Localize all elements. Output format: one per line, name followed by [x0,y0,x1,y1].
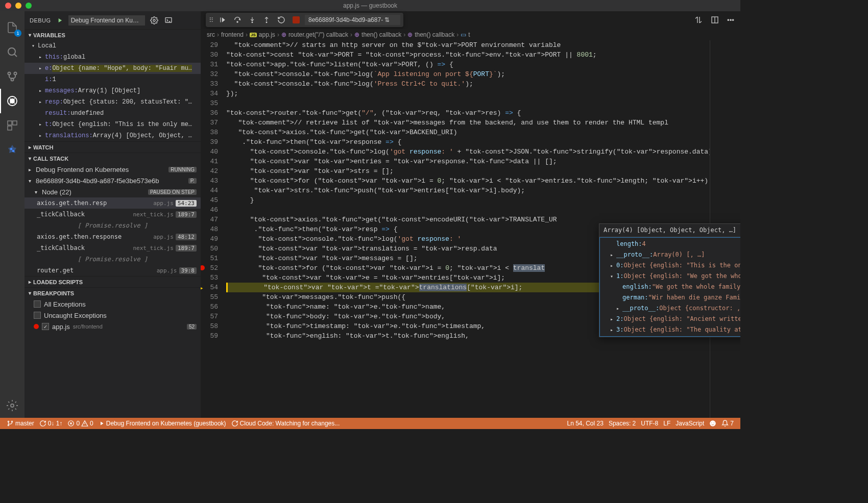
drag-handle-icon[interactable]: ⠿ [209,16,214,24]
window-title: app.js — guestbook [343,2,397,9]
titlebar: app.js — guestbook [0,0,740,11]
hover-header: Array(4) [Object, Object, Object, …] [599,224,740,237]
breadcrumb[interactable]: src › frontend › JS app.js › ⊕ router.ge… [201,29,740,40]
svg-point-21 [8,424,9,425]
checkbox[interactable] [34,300,41,308]
step-into-button[interactable] [247,14,258,26]
compare-icon[interactable] [693,15,704,25]
callstack-frame[interactable]: axios.get.then.responseapp.js 48:12 [25,231,201,242]
extensions-icon[interactable] [0,113,25,138]
variable-row[interactable]: ▸t: Object {english: "This is the only m… [25,119,201,130]
search-icon[interactable] [0,40,25,64]
git-sync[interactable]: 0↓ 1↑ [37,418,65,429]
svg-point-2 [14,72,17,75]
cursor-position[interactable]: Ln 54, Col 23 [565,418,606,429]
statusbar: master 0↓ 1↑ 0 0 Debug Frontend on Kuber… [0,418,740,429]
breakpoint-all-exceptions[interactable]: All Exceptions [25,298,201,310]
step-out-button[interactable] [261,14,272,26]
maximize-window-button[interactable] [26,3,32,9]
split-editor-icon[interactable] [710,15,720,25]
code-editor[interactable]: 2930313233343536373839404142434445464748… [201,40,740,418]
git-branch[interactable]: master [4,418,37,429]
variable-row[interactable]: ▸resp: Object {status: 200, statusText: … [25,96,201,108]
svg-point-25 [714,422,714,423]
callstack-frame[interactable]: axios.get.then.respapp.js 54:23 [25,197,201,209]
encoding[interactable]: UTF-8 [638,418,661,429]
notifications[interactable]: 7 [719,418,736,429]
hover-property[interactable]: ▸0: Object {english: "This is the only m… [600,260,740,271]
variable-row[interactable]: i: 1 [25,74,201,85]
callstack-promise: [ Promise.resolve ] [25,254,201,265]
debug-console-button[interactable] [163,15,174,26]
svg-rect-8 [8,126,12,130]
eol[interactable]: LF [661,418,673,429]
svg-point-19 [8,421,9,422]
watch-section-header[interactable]: ▸ WATCH [25,141,201,153]
language-mode[interactable]: JavaScript [673,418,707,429]
close-window-button[interactable] [5,3,11,9]
callstack-frame[interactable]: _tickCallbacknext_tick.js 189:7 [25,209,201,220]
function-icon: ⊕ [281,31,286,38]
svg-rect-6 [8,121,12,125]
local-scope[interactable]: ▾Local [25,40,201,52]
callstack-thread[interactable]: ▾ 8e66889f-3d4b-4bd9-a687-f5e3be573e6b P… [25,175,201,186]
svg-point-12 [153,19,155,21]
debug-label: DEBUG [30,17,51,23]
activity-bar: 1 [0,11,25,418]
step-over-button[interactable] [231,14,244,26]
variable-row[interactable]: ▸this: global [25,52,201,63]
checkbox[interactable] [34,312,41,319]
minimize-window-button[interactable] [15,3,21,9]
variable-row[interactable]: ▸e: Object {name: "Hope", body: "Fuair m… [25,63,201,74]
hover-property[interactable]: length: 4 [600,239,740,249]
svg-rect-7 [13,121,17,125]
more-actions-icon[interactable]: ••• [726,15,735,25]
thread-dropdown[interactable]: 8e66889f-3d4b-4bd9-a687- ⇅ [305,15,400,25]
svg-rect-14 [220,17,221,22]
debug-controls: ⠿ 8e66889f-3d4b-4bd9-a687- ⇅ [206,13,403,27]
debug-status[interactable]: Debug Frontend on Kubernetes (guestbook) [96,418,229,429]
variables-section-header[interactable]: ▾ VARIABLES [25,29,201,40]
settings-icon[interactable] [0,393,25,418]
debug-settings-button[interactable] [149,15,159,26]
svg-point-23 [710,420,716,426]
debug-sidebar: DEBUG Debug Frontend on Kubern ⇅ ▾ VARIA… [25,11,201,418]
hover-property[interactable]: english: "We got the whole family togeth… [600,282,740,292]
breakpoint-uncaught-exceptions[interactable]: Uncaught Exceptions [25,310,201,321]
restart-button[interactable] [275,14,287,26]
hover-property[interactable]: ▸__proto__: Array(0) [, …] [600,249,740,260]
debug-hover-tooltip[interactable]: Array(4) [Object, Object, Object, …] len… [599,223,740,337]
variable-row[interactable]: ▸messages: Array(1) [Object] [25,85,201,96]
checkbox[interactable] [42,323,49,330]
stop-button[interactable] [291,14,302,26]
source-control-icon[interactable] [0,64,25,89]
debug-icon[interactable] [0,89,25,113]
problems[interactable]: 0 0 [65,418,95,429]
debug-config-dropdown[interactable]: Debug Frontend on Kubern ⇅ [68,15,145,26]
callstack-frame[interactable]: router.getapp.js 39:8 [25,265,201,276]
cloud-code-status[interactable]: Cloud Code: Watching for changes... [229,418,343,429]
explorer-icon[interactable]: 1 [0,15,25,40]
hover-property[interactable]: ▸__proto__: Object {constructor: , __def… [600,303,740,314]
indentation[interactable]: Spaces: 2 [606,418,638,429]
start-debug-button[interactable] [55,16,64,25]
variable-row[interactable]: result: undefined [25,108,201,119]
callstack-node[interactable]: ▾ Node (22) PAUSED ON STEP [25,186,201,197]
hover-property[interactable]: ▸3: Object {english: "The quality at hom… [600,324,740,335]
continue-button[interactable] [217,14,228,26]
breakpoints-section-header[interactable]: ▾ BREAKPOINTS [25,287,201,298]
callstack-frame[interactable]: _tickCallbacknext_tick.js 189:7 [25,242,201,254]
cloud-code-icon[interactable] [0,138,25,162]
hover-property[interactable]: ▸2: Object {english: "Ancient written Ch… [600,314,740,324]
variable-icon: ▭ [461,31,466,38]
variable-row[interactable]: ▸translations: Array(4) [Object, Object,… [25,130,201,141]
callstack-section-header[interactable]: ▾ CALL STACK [25,153,201,164]
loaded-scripts-section-header[interactable]: ▸ LOADED SCRIPTS [25,276,201,287]
breakpoint-file[interactable]: app.js src/frontend 52 [25,321,201,332]
svg-point-24 [711,422,712,423]
js-file-icon: JS [250,33,257,37]
callstack-session[interactable]: ▸ Debug Frontend on Kubernetes RUNNING [25,164,201,175]
hover-property[interactable]: ▾1: Object {english: "We got the whole f… [600,271,740,282]
feedback-icon[interactable] [707,418,719,429]
hover-property[interactable]: german: "Wir haben die ganze Familie für… [600,292,740,303]
